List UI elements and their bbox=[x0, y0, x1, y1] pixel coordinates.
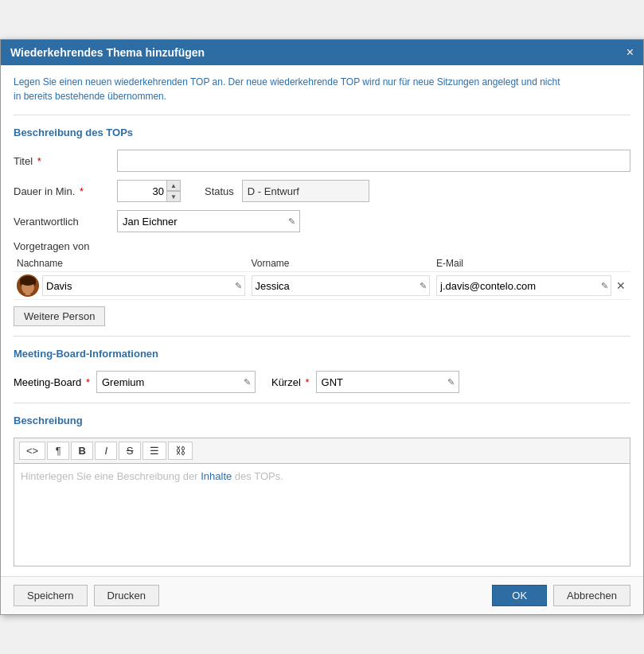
titel-row: Titel * bbox=[14, 150, 630, 172]
kuerzel-label: Kürzel * bbox=[271, 376, 310, 388]
remove-person-button[interactable]: ✕ bbox=[615, 278, 627, 294]
meeting-board-field: Meeting-Board * ✎ bbox=[14, 371, 256, 393]
editor-toolbar: <> ¶ B I S ☰ ⛓ bbox=[14, 438, 630, 463]
dauer-required: * bbox=[80, 185, 84, 197]
verantwortlich-row: Verantwortlich ✎ bbox=[14, 210, 630, 232]
meeting-board-input[interactable] bbox=[96, 371, 256, 393]
email-input[interactable] bbox=[436, 275, 611, 296]
info-text: Legen Sie einen neuen wiederkehrenden TO… bbox=[14, 75, 630, 103]
col-email: E-Mail bbox=[433, 255, 630, 272]
strikethrough-button[interactable]: S bbox=[119, 442, 141, 460]
vorgetragen-label-row: Vorgetragen von bbox=[14, 240, 630, 252]
duration-input-wrap: ▲ ▼ bbox=[117, 180, 181, 202]
svg-point-2 bbox=[20, 276, 36, 286]
kuerzel-field: Kürzel * ✎ bbox=[271, 371, 459, 393]
spinner-down[interactable]: ▼ bbox=[166, 191, 181, 202]
kuerzel-input-wrap: ✎ bbox=[316, 371, 459, 393]
col-nachname: Nachname bbox=[14, 255, 248, 272]
verantwortlich-edit-icon[interactable]: ✎ bbox=[288, 216, 295, 227]
footer-left: Speichern Drucken bbox=[14, 585, 159, 606]
status-label: Status bbox=[205, 185, 234, 197]
beschreibung-section: Beschreibung <> ¶ B I S ☰ ⛓ Hinterlegen … bbox=[14, 415, 630, 566]
verantwortlich-input[interactable] bbox=[117, 210, 300, 232]
meeting-board-section-title: Meeting-Board-Informationen bbox=[14, 348, 630, 363]
svg-rect-3 bbox=[25, 292, 30, 295]
editor-area[interactable]: Hinterlegen Sie eine Beschreibung der In… bbox=[14, 463, 630, 566]
abbrechen-button[interactable]: Abbrechen bbox=[553, 585, 630, 606]
code-button[interactable]: <> bbox=[19, 442, 45, 460]
section-title-beschreibung: Beschreibung des TOPs bbox=[14, 127, 630, 142]
list-button[interactable]: ☰ bbox=[142, 442, 166, 460]
meeting-board-section: Meeting-Board-Informationen Meeting-Boar… bbox=[14, 348, 630, 393]
meeting-board-required: * bbox=[86, 376, 90, 388]
spinner-buttons: ▲ ▼ bbox=[166, 180, 181, 202]
beschreibung-title: Beschreibung bbox=[14, 415, 630, 430]
speichern-button[interactable]: Speichern bbox=[14, 585, 88, 606]
person-table: Nachname Vorname E-Mail bbox=[14, 255, 630, 300]
nachname-edit-icon[interactable]: ✎ bbox=[235, 281, 242, 291]
dialog-container: Wiederkehrendes Thema hinzufügen × Legen… bbox=[0, 39, 644, 615]
vorname-input[interactable] bbox=[252, 275, 431, 296]
nachname-cell: ✎ bbox=[14, 272, 248, 300]
avatar-image bbox=[17, 274, 39, 297]
kuerzel-required: * bbox=[305, 376, 309, 388]
editor-placeholder: Hinterlegen Sie eine Beschreibung der In… bbox=[21, 470, 283, 482]
table-row: ✎ ✎ ✎ bbox=[14, 272, 630, 300]
dialog-title: Wiederkehrendes Thema hinzufügen bbox=[10, 46, 205, 59]
meeting-board-edit-icon[interactable]: ✎ bbox=[244, 377, 251, 387]
drucken-button[interactable]: Drucken bbox=[94, 585, 159, 606]
titel-label: Titel * bbox=[14, 155, 117, 167]
dialog-body: Legen Sie einen neuen wiederkehrenden TO… bbox=[1, 65, 643, 576]
email-cell-inner: ✎ ✕ bbox=[436, 275, 627, 296]
bold-button[interactable]: B bbox=[71, 442, 93, 460]
vorname-edit-icon[interactable]: ✎ bbox=[420, 281, 427, 291]
nachname-input-wrap: ✎ bbox=[42, 275, 245, 296]
footer-right: OK Abbrechen bbox=[492, 585, 630, 606]
italic-button[interactable]: I bbox=[95, 442, 117, 460]
verantwortlich-label: Verantwortlich bbox=[14, 216, 117, 228]
meeting-board-label: Meeting-Board * bbox=[14, 376, 90, 388]
status-field: Status bbox=[205, 180, 369, 202]
weitere-person-button[interactable]: Weitere Person bbox=[14, 306, 105, 326]
kuerzel-input[interactable] bbox=[316, 371, 459, 393]
vorgetragen-label: Vorgetragen von bbox=[14, 240, 117, 252]
verantwortlich-input-wrap: ✎ bbox=[117, 210, 300, 232]
dauer-label: Dauer in Min. * bbox=[14, 185, 117, 197]
meeting-board-row: Meeting-Board * ✎ Kürzel * ✎ bbox=[14, 371, 630, 393]
vorname-cell: ✎ bbox=[248, 272, 434, 300]
paragraph-button[interactable]: ¶ bbox=[47, 442, 69, 460]
titel-input[interactable] bbox=[117, 150, 630, 172]
dialog-header: Wiederkehrendes Thema hinzufügen × bbox=[1, 40, 643, 65]
status-input bbox=[242, 180, 369, 202]
email-cell: ✎ ✕ bbox=[433, 272, 630, 300]
email-input-wrap: ✎ bbox=[436, 275, 611, 296]
link-button[interactable]: ⛓ bbox=[168, 442, 193, 460]
kuerzel-edit-icon[interactable]: ✎ bbox=[447, 377, 455, 387]
dialog-footer: Speichern Drucken OK Abbrechen bbox=[1, 576, 643, 614]
ok-button[interactable]: OK bbox=[492, 585, 547, 606]
duration-field: ▲ ▼ bbox=[117, 180, 181, 202]
meeting-board-input-wrap: ✎ bbox=[96, 371, 256, 393]
vorname-input-wrap: ✎ bbox=[252, 275, 431, 296]
person-cell: ✎ bbox=[17, 274, 245, 297]
titel-required: * bbox=[37, 155, 41, 167]
dauer-status-row: Dauer in Min. * ▲ ▼ Status bbox=[14, 180, 630, 202]
avatar bbox=[17, 274, 39, 297]
spinner-up[interactable]: ▲ bbox=[166, 180, 181, 191]
close-button[interactable]: × bbox=[626, 46, 634, 59]
email-edit-icon[interactable]: ✎ bbox=[601, 281, 608, 291]
col-vorname: Vorname bbox=[248, 255, 434, 272]
nachname-input[interactable] bbox=[42, 275, 245, 296]
